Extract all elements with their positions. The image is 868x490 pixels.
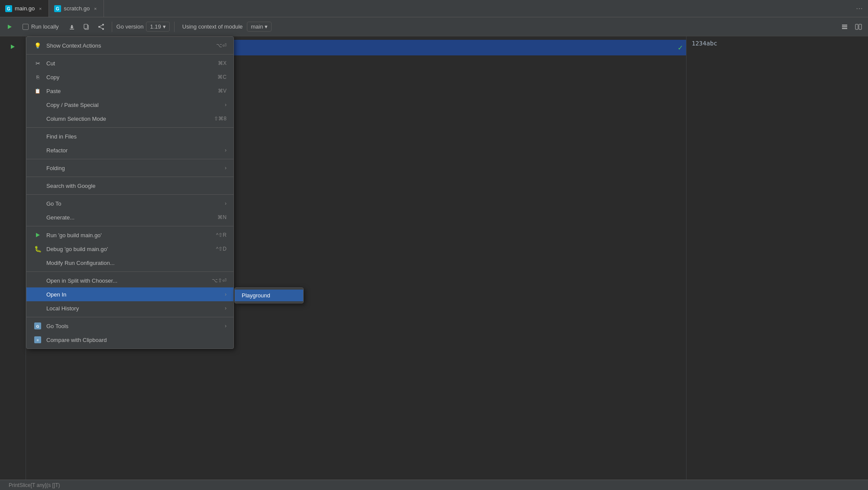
svg-text:G: G	[56, 6, 59, 11]
menu-label-goto: Go To	[46, 200, 219, 207]
svg-rect-15	[859, 24, 862, 29]
sep-3	[26, 159, 233, 159]
playground-label: Playground	[242, 292, 270, 299]
shortcut-cut: ⌘X	[218, 60, 227, 66]
copy-paste-special-icon	[33, 100, 42, 109]
menu-item-refactor[interactable]: Refactor ›	[26, 143, 233, 157]
submenu-item-playground[interactable]: Playground	[235, 290, 303, 301]
status-text: PrintSlice[T any](s []T)	[9, 482, 60, 488]
menu-item-open-in[interactable]: Open In › Playground	[26, 287, 233, 301]
submenu-arrow-local-history: ›	[225, 305, 227, 311]
shortcut-paste: ⌘V	[218, 88, 227, 94]
menu-item-generate[interactable]: Generate... ⌘N	[26, 210, 233, 224]
menu-item-goto[interactable]: Go To ›	[26, 197, 233, 210]
menu-item-copy[interactable]: ⎘ Copy ⌘C	[26, 70, 233, 84]
submenu-arrow-copy-paste: ›	[225, 102, 227, 108]
left-strip-run[interactable]	[6, 40, 20, 54]
menu-label-find-in-files: Find in Files	[46, 133, 227, 140]
local-history-icon	[33, 304, 42, 313]
cut-icon: ✂	[33, 59, 42, 68]
menu-item-open-split[interactable]: Open in Split with Chooser... ⌥⇧⏎	[26, 274, 233, 287]
download-button[interactable]	[66, 21, 78, 33]
menu-item-column-selection[interactable]: Column Selection Mode ⇧⌘8	[26, 112, 233, 126]
lightbulb-icon: 💡	[33, 41, 42, 50]
run-locally-button[interactable]: Run locally	[18, 22, 63, 32]
menu-item-search-google[interactable]: Search with Google	[26, 179, 233, 193]
sep-2	[26, 127, 233, 128]
menu-label-open-split: Open in Split with Chooser...	[46, 277, 207, 284]
run-build-icon	[33, 231, 42, 239]
run-button[interactable]	[3, 21, 16, 33]
copy-button[interactable]	[81, 21, 93, 33]
context-menu-overlay: 💡 Show Context Actions ⌥⏎ ✂ Cut ⌘X ⎘ Cop…	[26, 36, 234, 349]
refactor-icon	[33, 146, 42, 155]
modify-run-icon	[33, 258, 42, 267]
submenu-arrow-folding: ›	[225, 165, 227, 171]
tab-scratch-go-close[interactable]: ×	[92, 6, 98, 12]
go-file-icon: G	[5, 5, 12, 12]
svg-point-7	[102, 28, 104, 30]
menu-label-paste: Paste	[46, 88, 214, 94]
open-in-icon	[33, 290, 42, 299]
menu-item-find-in-files[interactable]: Find in Files	[26, 129, 233, 143]
menu-item-cut[interactable]: ✂ Cut ⌘X	[26, 56, 233, 70]
sep-8	[26, 317, 233, 317]
menu-item-folding[interactable]: Folding ›	[26, 161, 233, 175]
shortcut-debug-build: ^⇧D	[216, 246, 227, 252]
editor-area: package main ✓ ⊟ func PrintSlice[T any](…	[0, 36, 868, 490]
module-select[interactable]: main ▾	[247, 22, 272, 32]
shortcut-generate: ⌘N	[217, 214, 227, 220]
menu-item-paste[interactable]: 📋 Paste ⌘V	[26, 84, 233, 98]
tab-main-go-close[interactable]: ×	[37, 6, 43, 12]
submenu-open-in: Playground	[234, 287, 304, 303]
menu-label-open-in: Open In	[46, 291, 219, 298]
status-file-info[interactable]: PrintSlice[T any](s []T)	[5, 480, 63, 490]
tab-bar: G main.go × G scratch.go × ⋯	[0, 0, 868, 17]
toolbar-sep-2	[174, 22, 175, 32]
menu-item-run-build[interactable]: Run 'go build main.go' ^⇧R	[26, 228, 233, 242]
menu-label-run-build: Run 'go build main.go'	[46, 232, 212, 239]
menu-item-compare-clipboard[interactable]: ≡ Compare with Clipboard	[26, 333, 233, 347]
right-panel: 1234abc	[686, 36, 868, 490]
menu-label-local-history: Local History	[46, 305, 219, 312]
checkmark: ✓	[678, 43, 683, 52]
menu-item-go-tools[interactable]: G Go Tools ›	[26, 319, 233, 333]
menu-label-go-tools: Go Tools	[46, 323, 219, 329]
tab-scratch-go-label: scratch.go	[64, 5, 90, 12]
menu-item-debug-build[interactable]: 🐛 Debug 'go build main.go' ^⇧D	[26, 242, 233, 256]
status-bar: PrintSlice[T any](s []T)	[0, 480, 868, 490]
menu-item-copy-paste-special[interactable]: Copy / Paste Special ›	[26, 98, 233, 112]
sep-7	[26, 271, 233, 272]
run-checkbox[interactable]	[23, 24, 29, 30]
menu-item-local-history[interactable]: Local History ›	[26, 301, 233, 315]
play-icon	[8, 25, 12, 29]
column-selection-icon	[33, 114, 42, 123]
menu-label-column-selection: Column Selection Mode	[46, 116, 210, 122]
share-button[interactable]	[95, 21, 107, 33]
menu-label-folding: Folding	[46, 165, 219, 171]
tab-main-go[interactable]: G main.go ×	[0, 0, 49, 17]
shortcut-copy: ⌘C	[217, 74, 227, 80]
output-text: 1234abc	[692, 40, 717, 47]
tab-scratch-go[interactable]: G scratch.go ×	[49, 0, 104, 17]
run-locally-label: Run locally	[31, 23, 59, 30]
menu-item-show-context[interactable]: 💡 Show Context Actions ⌥⏎	[26, 39, 233, 52]
find-icon	[33, 132, 42, 141]
open-split-icon	[33, 276, 42, 285]
tab-main-go-label: main.go	[15, 5, 35, 12]
svg-rect-12	[842, 26, 847, 27]
svg-rect-13	[842, 28, 847, 29]
menu-label-debug-build: Debug 'go build main.go'	[46, 246, 212, 252]
menu-label-refactor: Refactor	[46, 147, 219, 154]
go-version-select[interactable]: 1.19 ▾	[146, 22, 169, 32]
list-view-button[interactable]	[839, 21, 851, 33]
menu-item-modify-run[interactable]: Modify Run Configuration...	[26, 256, 233, 270]
sep-1	[26, 54, 233, 55]
context-of-module-label: Using context of module	[182, 23, 243, 30]
split-view-button[interactable]	[852, 21, 865, 33]
svg-rect-5	[84, 24, 87, 29]
tab-overflow[interactable]: ⋯	[851, 4, 868, 13]
shortcut-open-split: ⌥⇧⏎	[212, 277, 227, 284]
svg-line-9	[100, 25, 102, 26]
shortcut-show-context: ⌥⏎	[216, 42, 227, 48]
